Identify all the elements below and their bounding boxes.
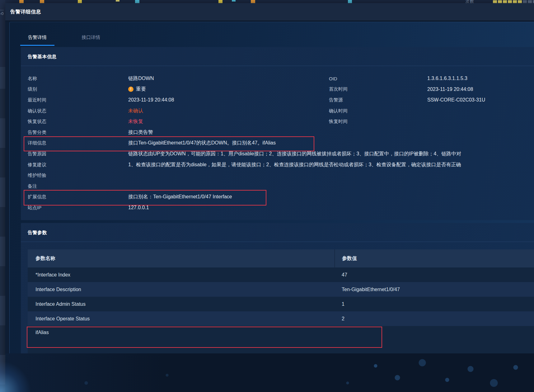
background-legend-block [518, 0, 522, 3]
param-name-cell: Interface Admin Status [28, 297, 335, 311]
background-legend-block [528, 0, 532, 3]
field-label: 恢复时间 [329, 119, 427, 125]
field-row: 告警原因链路状态由UP变为DOWN，可能的原因：1、用户disable接口；2、… [21, 149, 534, 159]
params-table-header-name: 参数名称 [28, 249, 335, 267]
field-label: 站点IP [21, 205, 128, 211]
background-chart-bar [40, 0, 44, 3]
field-row: 扩展信息接口别名：Ten-GigabitEthernet1/0/47 Inter… [21, 192, 534, 203]
field-value-text: 重要 [136, 86, 146, 92]
field-value: 链路状态由UP变为DOWN，可能的原因：1、用户disable接口；2、连接该接… [128, 151, 461, 157]
params-table-row: Interface DescriptionTen-GigabitEthernet… [28, 282, 534, 297]
field-label: 详细信息 [21, 140, 128, 146]
params-table-row: *Interface Index47 [28, 267, 534, 282]
param-value-cell [335, 326, 534, 354]
background-chart-bar [78, 0, 82, 3]
param-name-cell: Interface Operate Status [28, 311, 335, 326]
tab-alarm-detail[interactable]: 告警详情 [20, 35, 54, 46]
field-row: 站点IP127.0.0.1 [21, 202, 534, 213]
field-value-text: 2023-11-19 20:44:08 [427, 87, 473, 92]
field-label: 级别 [21, 86, 128, 92]
corner-glow-decoration [0, 361, 31, 392]
modal-footer-decoration [5, 353, 534, 392]
field-label: 维护经验 [21, 172, 128, 178]
field-value-text: 1.3.6.1.6.3.1.1.5.3 [427, 76, 467, 81]
field-row: 详细信息接口Ten-GigabitEthernet1/0/47的状态DOWN。接… [21, 138, 534, 149]
background-left-strip: -0 [0, 0, 5, 392]
params-section-title: 告警参数 [21, 223, 534, 242]
field-row: 告警源SSW-CORE-C02C03-31U [329, 95, 534, 106]
params-table-row: Interface Admin Status1 [28, 297, 534, 311]
field-value-text: 2023-11-19 20:44:08 [128, 97, 174, 103]
param-value-cell: Ten-GigabitEthernet1/0/47 [335, 282, 534, 297]
tab-bar: 告警详情接口详情 [20, 35, 127, 46]
field-row: 首次时间2023-11-19 20:44:08 [329, 84, 534, 95]
field-value-text: 127.0.0.1 [128, 205, 149, 210]
background-legend-block [533, 0, 534, 3]
field-row: 恢复时间 [329, 116, 534, 127]
param-name-cell: Interface Description [28, 282, 335, 297]
field-value: 接口别名：Ten-GigabitEthernet1/0/47 Interface [128, 194, 232, 200]
param-name-cell: *Interface Index [28, 267, 335, 282]
background-legend-block [508, 0, 512, 3]
params-table-header: 参数名称参数值 [28, 249, 534, 267]
field-value-text: 未恢复 [128, 118, 143, 125]
basic-info-right-column: OID1.3.6.1.6.3.1.1.5.3首次时间2023-11-19 20:… [329, 73, 534, 127]
field-value: 1、检查该接口的配置是否为disable，如果是，请使能该接口；2、检查连接该接… [128, 162, 461, 168]
tab-interface-detail[interactable]: 接口详情 [74, 35, 108, 46]
field-value-text: 未确认 [128, 108, 143, 114]
particle-decoration [5, 353, 534, 392]
field-value-text: 1、检查该接口的配置是否为disable，如果是，请使能该接口；2、检查连接该接… [128, 162, 461, 168]
field-row: OID1.3.6.1.6.3.1.1.5.3 [329, 73, 534, 84]
field-label: 确认状态 [21, 108, 128, 114]
field-value-text: 接口Ten-GigabitEthernet1/0/47的状态DOWN。接口别名4… [128, 140, 276, 146]
field-value-text: 接口类告警 [128, 129, 153, 136]
background-chart-strip: 次数 [0, 0, 534, 3]
background-chart-bar [135, 0, 139, 3]
field-label: 最近时间 [21, 97, 128, 103]
field-value: 2023-11-19 20:44:08 [128, 97, 174, 103]
field-label: 首次时间 [329, 86, 427, 92]
background-chart-bar [116, 0, 119, 2]
params-table-header-value: 参数值 [335, 249, 534, 267]
background-legend-block [498, 0, 502, 3]
field-label: 告警分类 [21, 130, 128, 135]
background-chart-bar [251, 0, 255, 3]
field-label: OID [329, 76, 427, 81]
params-table-row: Interface Operate Status2 [28, 311, 534, 326]
field-row: 修复建议1、检查该接口的配置是否为disable，如果是，请使能该接口；2、检查… [21, 159, 534, 170]
background-legend-block [513, 0, 517, 3]
background-legend-block [503, 0, 507, 3]
modal-header: 告警详细信息 [5, 3, 534, 21]
background-chart-bar [348, 0, 352, 3]
field-label: 名称 [21, 76, 128, 82]
basic-info-card: 告警基本信息 名称链路DOWN级别!重要最近时间2023-11-19 20:44… [21, 47, 534, 220]
param-name-cell: ifAlias [28, 326, 335, 354]
field-label: 备注 [21, 183, 128, 189]
field-value: 链路DOWN [128, 75, 154, 82]
field-label: 修复建议 [21, 162, 128, 168]
params-table-row: ifAlias [28, 326, 534, 354]
field-label: 扩展信息 [21, 194, 128, 200]
field-row: 维护经验 [21, 170, 534, 181]
params-card: 告警参数 参数名称参数值*Interface Index47Interface … [21, 223, 534, 354]
params-table: 参数名称参数值*Interface Index47Interface Descr… [28, 249, 534, 354]
param-value-cell: 1 [335, 297, 534, 311]
background-chart-bar [19, 0, 24, 3]
background-legend-block [523, 0, 527, 3]
field-value-text: 链路DOWN [128, 75, 154, 82]
field-row: 备注 [21, 181, 534, 192]
field-label: 恢复状态 [21, 119, 128, 125]
field-label: 告警原因 [21, 151, 128, 157]
field-value: 接口Ten-GigabitEthernet1/0/47的状态DOWN。接口别名4… [128, 140, 276, 146]
warning-circle-icon: ! [128, 87, 134, 92]
background-chart-bar [232, 0, 236, 2]
field-value-text: 链路状态由UP变为DOWN，可能的原因：1、用户disable接口；2、连接该接… [128, 151, 461, 157]
field-value: 未确认 [128, 108, 143, 114]
background-axis-tick: -0 [0, 10, 5, 16]
field-value: 接口类告警 [128, 129, 153, 136]
field-value: 127.0.0.1 [128, 205, 149, 210]
alert-detail-modal: 告警详细信息 告警详情接口详情 告警基本信息 名称链路DOWN级别!重要最近时间… [5, 3, 534, 392]
field-label: 告警源 [329, 97, 427, 103]
field-value: 未恢复 [128, 118, 143, 125]
modal-title: 告警详细信息 [10, 9, 41, 15]
